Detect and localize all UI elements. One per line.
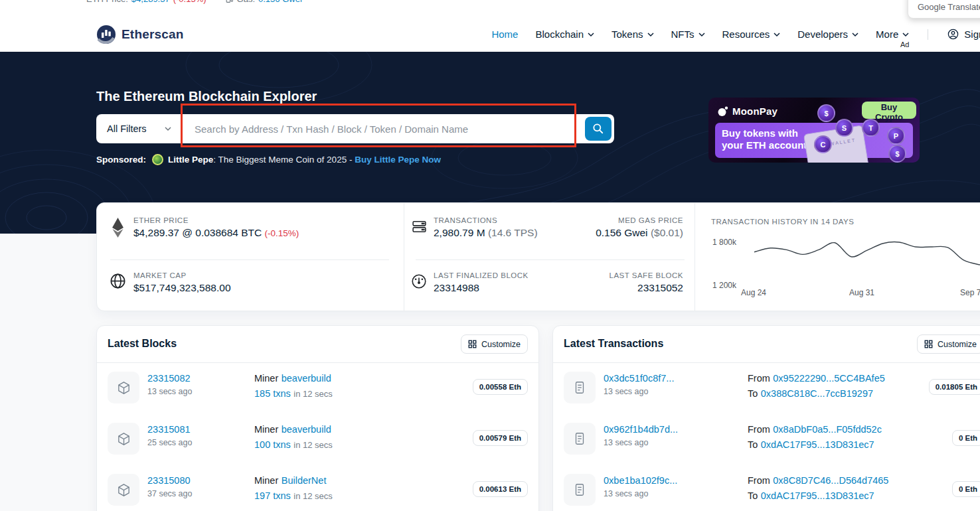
nav-resources[interactable]: Resources	[722, 29, 781, 40]
sponsored-cta-link[interactable]: Buy Little Pepe Now	[355, 155, 441, 165]
med-gas-price-value: 0.156 Gwei	[596, 227, 647, 238]
divider	[404, 203, 404, 311]
ether-price-label: ETHER PRICE	[133, 216, 299, 224]
etherscan-logo-icon	[96, 25, 116, 44]
eth-price-change: (-0.15%)	[173, 0, 206, 4]
divider	[694, 203, 695, 311]
block-txns-link[interactable]: 197 txns	[254, 490, 291, 501]
tx-amount-badge: 0.01805 Eth	[929, 379, 980, 395]
coin-icon: P	[887, 127, 905, 145]
miner-link[interactable]: beaverbuild	[282, 424, 331, 435]
chevron-down-icon	[647, 31, 654, 38]
tx-to-link[interactable]: 0xdAC17F95...13D831ec7	[761, 439, 874, 450]
nav-tokens[interactable]: Tokens	[612, 29, 654, 40]
chart-title: TRANSACTION HISTORY IN 14 DAYS	[711, 218, 854, 226]
tx-hash-link[interactable]: 0x962f1b4db7d...	[604, 424, 678, 435]
block-number-link[interactable]: 23315082	[147, 373, 191, 384]
server-icon	[411, 218, 428, 235]
ether-price-stat: ETHER PRICE $4,289.37 @ 0.038684 BTC (-0…	[133, 216, 299, 239]
tx-from-link[interactable]: 0x8C8D7C46...D564d7465	[773, 475, 888, 486]
ether-price-change: (-0.15%)	[265, 228, 299, 238]
tx-age: 13 secs ago	[604, 489, 677, 498]
ether-price-value[interactable]: $4,289.37	[133, 227, 179, 238]
latest-blocks-title: Latest Blocks	[108, 338, 177, 350]
topbar: ETH Price: $4,289.37 (-0.15%) Gas: 0.156…	[0, 0, 980, 17]
chart-xtick-3: Sep 7	[960, 288, 980, 297]
latest-blocks-card: Latest Blocks Customize 23315082 13 secs…	[96, 325, 539, 511]
coin-icon: $	[817, 104, 835, 122]
etherscan-logo[interactable]: Etherscan	[96, 17, 184, 52]
tx-hash-link[interactable]: 0x3dc51f0c8f7...	[604, 373, 674, 384]
moonpay-brand: MoonPay	[732, 106, 777, 117]
transaction-row: 0x3dc51f0c8f7... 13 secs ago From 0x9522…	[553, 362, 980, 413]
latest-transactions-card: Latest Transactions Customize 0x3dc51f0c…	[552, 325, 980, 511]
transaction-row: 0xbe1ba102f9c... 13 secs ago From 0x8C8D…	[553, 465, 980, 511]
nav-developers[interactable]: Developers	[797, 29, 858, 40]
sign-in-button[interactable]: Sign In	[947, 28, 980, 40]
last-safe-block-value[interactable]: 23315052	[637, 282, 683, 293]
nav-more[interactable]: More	[876, 29, 909, 40]
med-gas-price-stat: MED GAS PRICE 0.156 Gwei ($0.01)	[596, 216, 683, 239]
tx-amount-badge: 0 Eth	[952, 430, 980, 446]
moonpay-icon	[718, 106, 728, 117]
search-icon	[592, 122, 605, 135]
annotation-highlight-rectangle	[181, 104, 576, 147]
block-reward-badge: 0.00558 Eth	[473, 379, 528, 395]
etherscan-homepage: ETH Price: $4,289.37 (-0.15%) Gas: 0.156…	[0, 0, 980, 511]
eth-price-value[interactable]: $4,289.37	[131, 0, 170, 4]
chart-ytick-top: 1 800k	[712, 238, 736, 247]
tx-from-link[interactable]: 0x95222290...5CC4BAfe5	[773, 373, 885, 384]
latest-blocks-header: Latest Blocks Customize	[97, 326, 538, 363]
nav-blockchain[interactable]: Blockchain	[535, 29, 594, 40]
tx-amount-badge: 0 Eth	[952, 481, 980, 497]
filter-label: All Filters	[107, 123, 147, 134]
block-reward-badge: 0.00613 Eth	[473, 481, 528, 497]
google-translate-popup[interactable]: Google Translate	[908, 0, 980, 19]
gas-value[interactable]: 0.156 Gwei	[258, 0, 302, 4]
sponsored-text: : The Biggest Meme Coin of 2025 -	[213, 155, 355, 165]
med-gas-price-label: MED GAS PRICE	[596, 216, 683, 224]
last-finalized-block-value[interactable]: 23314988	[434, 282, 479, 293]
transaction-icon	[564, 423, 596, 455]
search-button[interactable]	[585, 117, 612, 141]
tx-hash-link[interactable]: 0xbe1ba102f9c...	[604, 475, 677, 486]
miner-link[interactable]: BuilderNet	[282, 475, 327, 486]
last-safe-block-label: LAST SAFE BLOCK	[610, 271, 683, 279]
sponsored-label: Sponsored:	[96, 155, 146, 165]
little-pepe-coin-icon	[152, 154, 163, 165]
sponsored-name-link[interactable]: Little Pepe	[168, 155, 213, 165]
block-number-link[interactable]: 23315081	[147, 424, 191, 435]
block-number-link[interactable]: 23315080	[147, 475, 191, 486]
tx-from-link[interactable]: 0x8aDbF0a5...F05fdd52c	[773, 424, 882, 435]
navbar: Etherscan Home Blockchain Tokens NFTs Re…	[0, 17, 980, 52]
customize-button[interactable]: Customize	[917, 334, 980, 354]
tx-to-link[interactable]: 0x388C818C...7ccB19297	[761, 388, 873, 399]
moonpay-logo: MoonPay	[718, 106, 777, 117]
network-stats-card: ETHER PRICE $4,289.37 @ 0.038684 BTC (-0…	[96, 202, 980, 311]
block-icon	[108, 423, 139, 455]
chart-xtick-1: Aug 24	[741, 288, 766, 297]
block-row: 23315081 25 secs ago Miner beaverbuild 1…	[97, 413, 538, 465]
ad-badge: Ad	[896, 39, 913, 50]
buy-crypto-button[interactable]: Buy Crypto	[862, 102, 916, 119]
customize-button[interactable]: Customize	[461, 334, 528, 354]
block-age: 37 secs ago	[147, 489, 192, 498]
chart-xtick-2: Aug 31	[849, 288, 874, 297]
block-txns-link[interactable]: 185 txns	[254, 388, 291, 399]
tx-to-link[interactable]: 0xdAC17F95...13D831ec7	[761, 490, 874, 501]
transaction-row: 0x962f1b4db7d... 13 secs ago From 0x8aDb…	[553, 413, 980, 465]
miner-link[interactable]: beaverbuild	[282, 373, 331, 384]
ether-price-btc: @ 0.038684 BTC	[182, 227, 262, 238]
transaction-history-chart	[751, 234, 980, 279]
block-age: 25 secs ago	[147, 438, 192, 447]
nav-home[interactable]: Home	[491, 29, 518, 40]
block-txns-link[interactable]: 100 txns	[254, 439, 291, 450]
nav-nfts[interactable]: NFTs	[671, 29, 705, 40]
search-filter-dropdown[interactable]: All Filters	[96, 114, 181, 143]
block-reward-badge: 0.00579 Eth	[473, 430, 528, 446]
block-row: 23315080 37 secs ago Miner BuilderNet 19…	[97, 465, 538, 511]
latest-transactions-header: Latest Transactions Customize	[553, 326, 980, 363]
transactions-tps: (14.6 TPS)	[488, 227, 538, 238]
transactions-stat: TRANSACTIONS 2,980.79 M (14.6 TPS)	[434, 216, 538, 239]
moonpay-ad-banner[interactable]: MoonPay Buy Crypto Buy tokens with your …	[708, 98, 920, 163]
